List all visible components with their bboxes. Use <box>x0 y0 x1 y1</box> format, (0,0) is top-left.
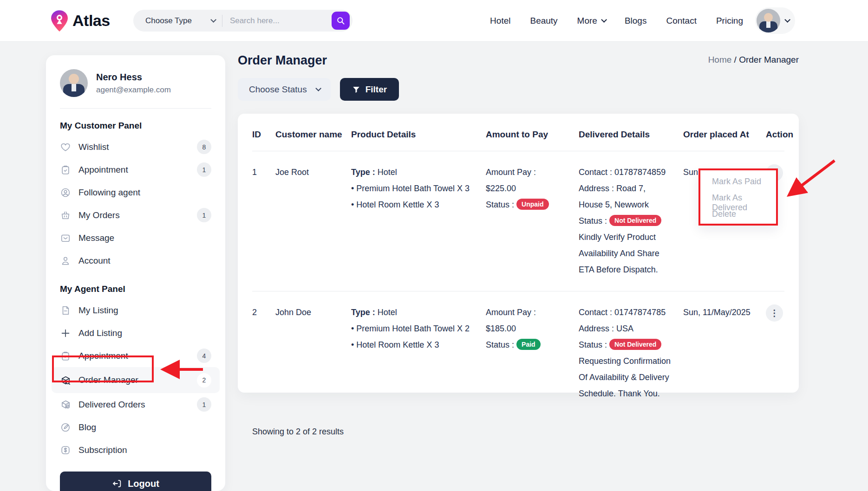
sidebar-item-following-agent[interactable]: Following agent <box>60 181 211 204</box>
status-label: Status : <box>486 340 514 349</box>
nav-pricing[interactable]: Pricing <box>716 16 743 26</box>
cell-placed-at: Sun, 11/May/2025 <box>683 304 766 402</box>
customer-panel-title: My Customer Panel <box>60 121 211 131</box>
row-actions-button[interactable]: ⋮ <box>766 304 783 322</box>
status-dropdown[interactable]: Choose Status <box>238 78 331 101</box>
main-nav: Hotel Beauty More Blogs Contact Pricing <box>490 0 743 41</box>
nav-more[interactable]: More <box>577 16 605 26</box>
menu-item-mark-as-delivered[interactable]: Mark As Delivered <box>712 193 776 209</box>
sidebar-item-blog[interactable]: Blog <box>60 416 211 439</box>
column-header-customer: Customer name <box>275 129 351 140</box>
cell-product-details: Type : Hotel Premium Hotel Bath Towel X … <box>351 164 486 278</box>
column-header-amount: Amount to Pay <box>486 129 579 140</box>
cell-customer: Joe Root <box>275 164 351 278</box>
sidebar-item-label: Add Listing <box>78 328 122 338</box>
chevron-down-icon <box>601 17 607 23</box>
sidebar-item-label: Delivered Orders <box>78 400 145 410</box>
status-badge: Paid <box>516 339 541 350</box>
filter-bar: Choose Status Filter <box>238 78 399 101</box>
sidebar-item-label: My Orders <box>78 210 120 220</box>
nav-label: Blogs <box>625 16 647 26</box>
cell-delivered-details: Contact : 01747874785 Address : USA Stat… <box>579 304 683 402</box>
orders-table-card: ID Customer name Product Details Amount … <box>238 114 799 393</box>
heart-icon <box>60 142 71 153</box>
sidebar-profile: Nero Hess agent@example.com <box>60 69 211 109</box>
top-navbar: Atlas Choose Type Hotel Beauty More Blog… <box>0 0 868 41</box>
sidebar-item-label: Appointment <box>78 165 128 175</box>
menu-item-mark-as-paid[interactable]: Mark As Paid <box>712 177 776 193</box>
nav-label: Hotel <box>490 16 510 26</box>
sidebar-item-subscription[interactable]: Subscription <box>60 439 211 461</box>
nav-label: Pricing <box>716 16 743 26</box>
badge-count: 2 <box>197 373 211 388</box>
amount-value: $185.00 <box>486 321 572 337</box>
cell-id: 1 <box>252 164 275 278</box>
search-icon <box>336 16 345 25</box>
status-badge: Unpaid <box>516 199 548 210</box>
sidebar-item-label: My Listing <box>78 305 118 316</box>
filter-button-label: Filter <box>365 84 387 95</box>
note-line: Requesting Confirmation <box>579 353 677 369</box>
column-header-id: ID <box>252 129 275 140</box>
sidebar-item-delivered-orders[interactable]: Delivered Orders 1 <box>60 393 211 416</box>
sidebar-item-add-listing[interactable]: Add Listing <box>60 322 211 344</box>
nav-beauty[interactable]: Beauty <box>530 16 557 26</box>
note-line: Kindly Verify Product <box>579 229 677 246</box>
address-line: Address : Road 7, <box>579 181 677 197</box>
product-item: Premium Hotel Bath Towel X 2 <box>351 321 479 337</box>
user-circle-icon <box>60 187 71 198</box>
brand-logo[interactable]: Atlas <box>49 0 110 41</box>
sidebar-item-order-manager[interactable]: Order Manager 2 <box>52 367 220 393</box>
search-input[interactable] <box>230 16 332 26</box>
status-label: Status : <box>486 200 514 209</box>
product-item: Hotel Room Kettle X 3 <box>351 337 479 353</box>
sidebar-item-label: Order Manager <box>78 375 138 385</box>
basket-icon <box>60 210 71 221</box>
sidebar-item-appointment[interactable]: Appointment 1 <box>60 158 211 181</box>
sidebar-item-wishlist[interactable]: Wishlist 8 <box>60 136 211 158</box>
breadcrumb: Home / Order Manager <box>708 55 799 65</box>
cell-delivered-details: Contact : 01787874859 Address : Road 7, … <box>579 164 683 278</box>
plus-icon <box>60 328 71 339</box>
nav-label: More <box>577 16 597 26</box>
logout-button[interactable]: Logout <box>60 472 211 491</box>
row-actions-menu: Mark As Paid Mark As Delivered Delete <box>698 168 778 226</box>
profile-name: Nero Hess <box>96 72 171 83</box>
nav-contact[interactable]: Contact <box>666 16 696 26</box>
filter-button[interactable]: Filter <box>340 78 399 101</box>
column-header-action: Action <box>766 129 799 140</box>
nav-hotel[interactable]: Hotel <box>490 16 510 26</box>
pen-icon <box>60 422 71 433</box>
sidebar-item-message[interactable]: Message <box>60 226 211 249</box>
sidebar-item-appointment-agent[interactable]: Appointment 4 <box>60 344 211 367</box>
cell-action: ⋮ <box>766 304 799 402</box>
delivery-status-badge: Not Delivered <box>609 215 661 226</box>
sidebar-item-my-listing[interactable]: My Listing <box>60 299 211 322</box>
cell-amount: Amount Pay : $185.00 Status : Paid <box>486 304 579 402</box>
cell-product-details: Type : Hotel Premium Hotel Bath Towel X … <box>351 304 486 402</box>
search-button[interactable] <box>332 12 350 30</box>
contact-line: Contact : 01747874785 <box>579 304 677 321</box>
agent-panel-title: My Agent Panel <box>60 284 211 294</box>
chevron-down-icon <box>315 85 321 91</box>
user-menu[interactable] <box>755 7 795 34</box>
nav-label: Beauty <box>530 16 557 26</box>
breadcrumb-home-link[interactable]: Home <box>708 55 732 65</box>
cell-customer: John Doe <box>275 304 351 402</box>
product-item: Premium Hotel Bath Towel X 3 <box>351 181 479 197</box>
nav-label: Contact <box>666 16 696 26</box>
box-search-icon <box>60 375 71 386</box>
type-label: Type : <box>351 168 375 177</box>
note-line: Of Availability & Delivery <box>579 369 677 386</box>
contact-line: Contact : 01787874859 <box>579 164 677 181</box>
sidebar-item-account[interactable]: Account <box>60 249 211 272</box>
address-line: House 5, Newwork <box>579 197 677 213</box>
page-title: Order Manager <box>238 53 327 68</box>
type-dropdown[interactable]: Choose Type <box>145 16 215 26</box>
badge-count: 1 <box>197 208 211 222</box>
sidebar-item-my-orders[interactable]: My Orders 1 <box>60 204 211 226</box>
nav-blogs[interactable]: Blogs <box>625 16 647 26</box>
sidebar-item-label: Following agent <box>78 187 140 198</box>
amount-label: Amount Pay : <box>486 164 572 181</box>
person-icon <box>60 255 71 266</box>
